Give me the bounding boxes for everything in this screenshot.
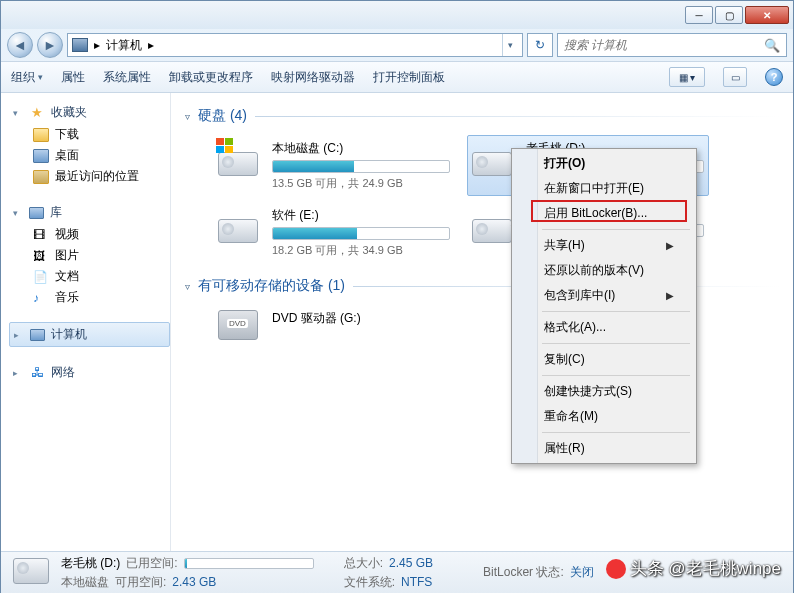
chevron-down-icon: ▿ xyxy=(185,111,190,122)
drive-c[interactable]: 本地磁盘 (C:) 13.5 GB 可用，共 24.9 GB xyxy=(213,135,455,196)
usage-bar xyxy=(184,558,314,569)
star-icon: ★ xyxy=(29,105,45,121)
submenu-arrow-icon: ▶ xyxy=(666,240,674,251)
recent-icon xyxy=(33,170,49,184)
status-type: 本地磁盘 xyxy=(61,574,109,591)
search-icon: 🔍 xyxy=(764,38,780,53)
sidebar-item-documents[interactable]: 📄文档 xyxy=(9,266,170,287)
drive-label: DVD 驱动器 (G:) xyxy=(272,310,450,327)
picture-icon: 🖼 xyxy=(33,249,49,263)
address-bar[interactable]: ▸ 计算机 ▸ ▾ xyxy=(67,33,523,57)
group-harddisk[interactable]: ▿ 硬盘 (4) xyxy=(185,103,779,129)
ctx-format[interactable]: 格式化(A)... xyxy=(514,315,694,340)
sidebar-favorites[interactable]: ▾ ★ 收藏夹 xyxy=(9,101,170,124)
toolbar: 组织 属性 系统属性 卸载或更改程序 映射网络驱动器 打开控制面板 ▦ ▾ ▭ … xyxy=(1,61,793,93)
refresh-button[interactable]: ↻ xyxy=(527,33,553,57)
sidebar-item-desktop[interactable]: 桌面 xyxy=(9,145,170,166)
video-icon: 🎞 xyxy=(33,228,49,242)
maximize-button[interactable]: ▢ xyxy=(715,6,743,24)
context-menu: 打开(O) 在新窗口中打开(E) 启用 BitLocker(B)... 共享(H… xyxy=(511,148,697,464)
library-icon xyxy=(29,207,44,219)
organize-menu[interactable]: 组织 xyxy=(11,69,43,86)
usage-bar xyxy=(272,227,450,240)
drive-icon xyxy=(13,558,51,588)
mapdrive-button[interactable]: 映射网络驱动器 xyxy=(271,69,355,86)
dvd-icon xyxy=(218,310,262,346)
titlebar: ─ ▢ ✕ xyxy=(1,1,793,29)
back-button[interactable]: ◄ xyxy=(7,32,33,58)
computer-icon xyxy=(72,38,88,52)
drive-icon xyxy=(472,140,516,176)
drive-icon xyxy=(472,207,516,243)
ctx-rename[interactable]: 重命名(M) xyxy=(514,404,694,429)
sidebar: ▾ ★ 收藏夹 下载 桌面 最近访问的位置 ▾ 库 🎞视频 🖼图片 📄文档 ♪音… xyxy=(1,93,171,551)
desktop-icon xyxy=(33,149,49,163)
ctx-enable-bitlocker[interactable]: 启用 BitLocker(B)... xyxy=(514,201,694,226)
ctx-include-library[interactable]: 包含到库中(I)▶ xyxy=(514,283,694,308)
chevron-down-icon: ▾ xyxy=(13,208,23,218)
search-box[interactable]: 🔍 xyxy=(557,33,787,57)
explorer-window: ─ ▢ ✕ ◄ ► ▸ 计算机 ▸ ▾ ↻ 🔍 组织 属性 系统属性 卸载或更改… xyxy=(0,0,794,593)
watermark: 头条 @老毛桃winpe xyxy=(606,557,781,580)
ctx-properties[interactable]: 属性(R) xyxy=(514,436,694,461)
ctx-restore-previous[interactable]: 还原以前的版本(V) xyxy=(514,258,694,283)
view-button[interactable]: ▦ ▾ xyxy=(669,67,705,87)
ctx-share[interactable]: 共享(H)▶ xyxy=(514,233,694,258)
drive-label: 本地磁盘 (C:) xyxy=(272,140,450,157)
usage-bar xyxy=(272,160,450,173)
sidebar-libraries[interactable]: ▾ 库 xyxy=(9,201,170,224)
submenu-arrow-icon: ▶ xyxy=(666,290,674,301)
sidebar-item-music[interactable]: ♪音乐 xyxy=(9,287,170,308)
chevron-down-icon: ▿ xyxy=(185,281,190,292)
chevron-right-icon: ▸ xyxy=(14,330,24,340)
ctrlpanel-button[interactable]: 打开控制面板 xyxy=(373,69,445,86)
content-area: ▿ 硬盘 (4) 本地磁盘 (C:) 13.5 GB 可用，共 24.9 GB xyxy=(171,93,793,551)
drive-icon xyxy=(218,140,262,176)
sidebar-item-recent[interactable]: 最近访问的位置 xyxy=(9,166,170,187)
chevron-right-icon: ▸ xyxy=(13,368,23,378)
folder-icon xyxy=(33,128,49,142)
computer-icon xyxy=(30,329,45,341)
drive-e[interactable]: 软件 (E:) 18.2 GB 可用，共 34.9 GB xyxy=(213,202,455,263)
chevron-down-icon: ▾ xyxy=(13,108,23,118)
sidebar-item-pictures[interactable]: 🖼图片 xyxy=(9,245,170,266)
ctx-copy[interactable]: 复制(C) xyxy=(514,347,694,372)
drive-dvd[interactable]: DVD 驱动器 (G:) xyxy=(213,305,455,351)
minimize-button[interactable]: ─ xyxy=(685,6,713,24)
ctx-create-shortcut[interactable]: 创建快捷方式(S) xyxy=(514,379,694,404)
network-icon: 🖧 xyxy=(29,365,45,381)
forward-button[interactable]: ► xyxy=(37,32,63,58)
sidebar-computer[interactable]: ▸ 计算机 xyxy=(9,322,170,347)
drive-space: 13.5 GB 可用，共 24.9 GB xyxy=(272,176,450,191)
sidebar-network[interactable]: ▸ 🖧 网络 xyxy=(9,361,170,384)
sidebar-item-videos[interactable]: 🎞视频 xyxy=(9,224,170,245)
uninstall-button[interactable]: 卸载或更改程序 xyxy=(169,69,253,86)
sysprops-button[interactable]: 系统属性 xyxy=(103,69,151,86)
status-name: 老毛桃 (D:) xyxy=(61,555,120,572)
music-icon: ♪ xyxy=(33,291,49,305)
search-input[interactable] xyxy=(564,38,764,52)
breadcrumb-sep: ▸ xyxy=(148,38,154,52)
watermark-icon xyxy=(606,559,626,579)
breadcrumb-sep: ▸ xyxy=(94,38,100,52)
ctx-open[interactable]: 打开(O) xyxy=(514,151,694,176)
document-icon: 📄 xyxy=(33,270,49,284)
help-button[interactable]: ? xyxy=(765,68,783,86)
ctx-open-new-window[interactable]: 在新窗口中打开(E) xyxy=(514,176,694,201)
navbar: ◄ ► ▸ 计算机 ▸ ▾ ↻ 🔍 xyxy=(1,29,793,61)
breadcrumb-computer[interactable]: 计算机 xyxy=(106,37,142,54)
drive-icon xyxy=(218,207,262,243)
address-dropdown[interactable]: ▾ xyxy=(502,34,518,56)
properties-button[interactable]: 属性 xyxy=(61,69,85,86)
preview-pane-button[interactable]: ▭ xyxy=(723,67,747,87)
drive-label: 软件 (E:) xyxy=(272,207,450,224)
drive-space: 18.2 GB 可用，共 34.9 GB xyxy=(272,243,450,258)
close-button[interactable]: ✕ xyxy=(745,6,789,24)
sidebar-item-downloads[interactable]: 下载 xyxy=(9,124,170,145)
